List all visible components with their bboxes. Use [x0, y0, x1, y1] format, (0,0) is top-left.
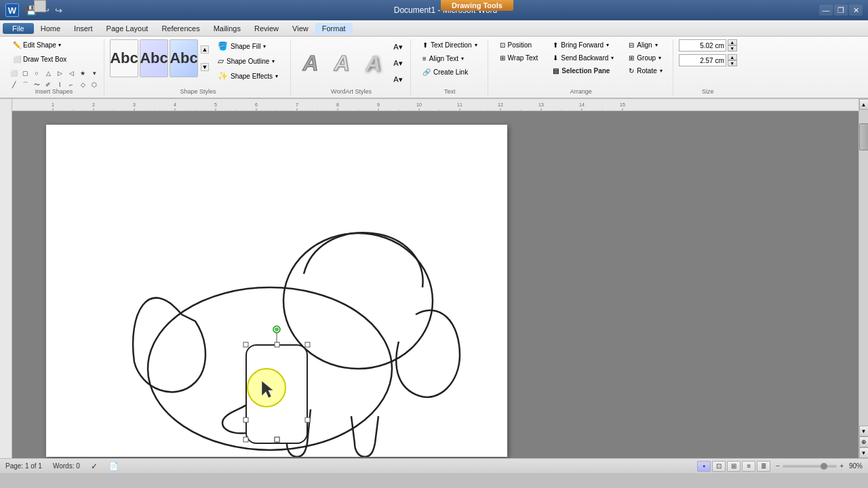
group-arrange: ⊡ Position ⊞ Wrap Text ⬆ Bring Forward ▾ — [490, 39, 673, 96]
bring-forward-icon: ⬆ — [553, 41, 558, 49]
scroll-thumb[interactable] — [859, 123, 869, 150]
align-button[interactable]: ⊟ Align ▾ — [623, 39, 668, 51]
menu-home[interactable]: Home — [34, 23, 67, 34]
shape-effects-arrow: ▾ — [275, 73, 278, 79]
abc-style-3[interactable]: Abc — [170, 39, 198, 77]
height-up-button[interactable]: ▲ — [728, 39, 737, 45]
group-shape-styles: Abc Abc Abc ▲ ▼ 🪣 Shape Fill ▾ ▱ — [106, 39, 291, 96]
wordart-text-outline-button[interactable]: A▾ — [390, 56, 406, 70]
shape-outline-button[interactable]: ▱ Shape Outline ▾ — [212, 54, 286, 68]
print-view-button[interactable]: ▪ — [697, 461, 711, 472]
view-expand-controls: ⊕ ▼ — [859, 436, 869, 458]
abc-style-1[interactable]: Abc — [110, 39, 138, 77]
width-down-button[interactable]: ▼ — [728, 60, 737, 66]
draw-textbox-button[interactable]: ⬜ Draw Text Box — [8, 54, 71, 65]
text-group-label: Text — [412, 88, 488, 95]
zoom-thumb[interactable] — [821, 463, 827, 470]
next-page-button[interactable]: ▼ — [859, 447, 869, 458]
wordart-letter-a1[interactable]: A — [296, 47, 325, 79]
restore-button[interactable]: ❐ — [834, 5, 848, 16]
shape-more[interactable]: ▾ — [89, 68, 100, 79]
bring-forward-button[interactable]: ⬆ Bring Forward ▾ — [547, 39, 620, 51]
styles-more-button[interactable]: ▲ ▼ — [199, 39, 210, 77]
shape-star[interactable]: ★ — [77, 68, 88, 79]
wordart-letter-a2[interactable]: A — [328, 47, 356, 79]
outline-view-button[interactable]: ≡ — [742, 461, 755, 472]
words-count: Words: 0 — [53, 462, 80, 470]
width-up-button[interactable]: ▲ — [728, 54, 737, 60]
arrange-col2: ⬆ Bring Forward ▾ ⬇ Send Backward ▾ ▤ Se… — [547, 39, 620, 77]
menu-mailings[interactable]: Mailings — [207, 23, 248, 34]
group-button[interactable]: ⊞ Group ▾ — [623, 52, 668, 64]
minimize-button[interactable]: — — [819, 5, 833, 16]
wrap-text-button[interactable]: ⊞ Wrap Text — [494, 52, 545, 64]
send-backward-icon: ⬇ — [553, 54, 558, 62]
shape-outline-icon: ▱ — [218, 56, 224, 66]
shapes-grid: ⬜ ▢ ○ △ ▷ ◁ ★ ▾ ╱ ⌒ 〜 ✐ ⌇ ⌐ ◇ — [8, 68, 100, 90]
zoom-out-button[interactable]: − — [776, 462, 780, 470]
rotate-button[interactable]: ↻ Rotate ▾ — [623, 65, 668, 77]
wordart-text-fill-button[interactable]: A▾ — [390, 39, 406, 54]
draw-textbox-icon: ⬜ — [13, 56, 21, 63]
print-layout-icon[interactable]: 📄 — [108, 462, 119, 471]
shape-arrow-right[interactable]: ▷ — [54, 68, 65, 79]
send-backward-button[interactable]: ⬇ Send Backward ▾ — [547, 52, 620, 64]
menu-page-layout[interactable]: Page Layout — [100, 23, 155, 34]
svg-rect-0 — [12, 99, 859, 111]
insert-shapes-label: Insert Shapes — [4, 88, 104, 95]
wordart-text-effects-button[interactable]: A▾ — [390, 72, 406, 87]
text-direction-button[interactable]: ⬆ Text Direction ▾ — [416, 39, 484, 51]
shape-arrow-left[interactable]: ◁ — [66, 68, 77, 79]
close-button[interactable]: ✕ — [849, 5, 863, 16]
height-down-button[interactable]: ▼ — [728, 45, 737, 52]
draft-view-button[interactable]: ≣ — [757, 461, 770, 472]
drawing-canvas[interactable] — [46, 125, 507, 457]
expand-view-button[interactable]: ⊕ — [859, 436, 869, 447]
shape-circle[interactable]: ○ — [31, 68, 42, 79]
shape-rect[interactable]: ⬜ — [8, 68, 19, 79]
document-area[interactable] — [12, 111, 859, 458]
arrange-group-label: Arrange — [490, 88, 673, 95]
selection-pane-button[interactable]: ▤ Selection Pane — [547, 65, 620, 77]
left-ruler — [0, 99, 12, 458]
align-label: Align — [637, 41, 652, 49]
scroll-up-button[interactable]: ▲ — [859, 99, 869, 110]
menu-file[interactable]: File — [3, 23, 34, 34]
view-buttons: ▪ ⊡ ⊞ ≡ ≣ — [697, 461, 770, 472]
selection-pane-icon: ▤ — [553, 67, 559, 75]
scroll-down-button[interactable]: ▼ — [859, 426, 869, 436]
width-spinner: ▲ ▼ — [728, 54, 737, 66]
position-label: Position — [508, 41, 532, 49]
wordart-letter-a3[interactable]: A — [359, 47, 387, 79]
edit-shape-button[interactable]: ✏️ Edit Shape ▾ — [8, 39, 66, 51]
zoom-track[interactable] — [783, 465, 837, 468]
width-input[interactable] — [679, 54, 726, 66]
full-read-button[interactable]: ⊡ — [712, 461, 726, 472]
create-link-button[interactable]: 🔗 Create Link — [416, 66, 484, 78]
scroll-track[interactable] — [859, 110, 869, 426]
align-text-button[interactable]: ≡ Align Text ▾ — [416, 53, 484, 64]
position-button[interactable]: ⊡ Position — [494, 39, 545, 51]
wordart-color-tools: A▾ A▾ A▾ — [390, 39, 406, 87]
send-backward-label: Send Backward — [561, 54, 608, 62]
abc-style-2[interactable]: Abc — [140, 39, 168, 77]
menu-review[interactable]: Review — [248, 23, 285, 34]
height-input[interactable] — [679, 39, 726, 52]
shape-fill-button[interactable]: 🪣 Shape Fill ▾ — [212, 39, 286, 53]
shape-roundrect[interactable]: ▢ — [20, 68, 31, 79]
web-view-button[interactable]: ⊞ — [727, 461, 741, 472]
zoom-slider[interactable]: − + — [776, 462, 844, 470]
shape-effects-button[interactable]: ✨ Shape Effects ▾ — [212, 69, 286, 83]
shape-outline-label: Shape Outline — [226, 58, 269, 65]
menu-insert[interactable]: Insert — [67, 23, 100, 34]
zoom-in-button[interactable]: + — [840, 462, 844, 470]
menu-format[interactable]: Format — [315, 23, 353, 34]
redo-icon[interactable]: ↪ — [54, 4, 64, 17]
shape-triangle[interactable]: △ — [43, 68, 54, 79]
height-spinner: ▲ ▼ — [728, 39, 737, 52]
menu-references[interactable]: References — [155, 23, 206, 34]
svg-rect-49 — [275, 342, 279, 347]
menu-view[interactable]: View — [285, 23, 315, 34]
spell-check-icon[interactable]: ✓ — [91, 462, 98, 471]
svg-text:6: 6 — [255, 102, 258, 107]
